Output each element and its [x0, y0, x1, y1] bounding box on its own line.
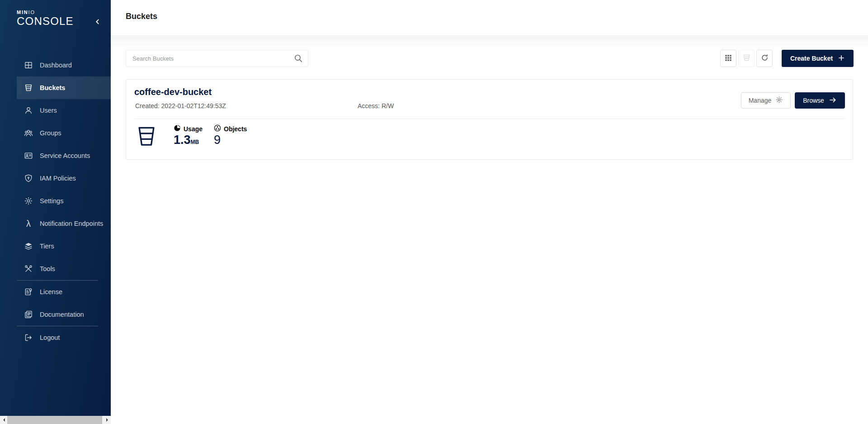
objects-metric: Objects 9	[214, 124, 247, 147]
sidebar-item-label: Settings	[40, 197, 63, 205]
dashboard-icon	[24, 61, 33, 70]
scrollbar-right-arrow-icon[interactable]	[103, 416, 111, 424]
brand-light: IO	[28, 10, 35, 15]
settings-icon	[24, 196, 33, 205]
sidebar-item-label: Documentation	[40, 311, 84, 318]
tiers-icon	[24, 242, 33, 251]
sidebar-item-documentation[interactable]: Documentation	[17, 303, 111, 326]
sidebar-collapse-button[interactable]	[92, 16, 104, 28]
manage-button[interactable]: Manage	[741, 92, 791, 109]
sidebar-item-buckets[interactable]: Buckets	[17, 76, 111, 99]
sidebar-item-label: Users	[40, 107, 57, 114]
sidebar-item-label: Notification Endpoints	[40, 220, 103, 227]
sidebar-item-label: Dashboard	[40, 62, 72, 69]
chevron-left-icon	[94, 18, 101, 27]
pie-usage-icon	[174, 124, 181, 133]
objects-value: 9	[214, 133, 247, 147]
grid-view-icon	[724, 54, 732, 63]
usage-label: Usage	[184, 125, 203, 133]
grid-view-button[interactable]	[720, 50, 736, 67]
scrollbar-left-arrow-icon[interactable]	[0, 416, 8, 424]
sidebar-item-notification-endpoints[interactable]: λNotification Endpoints	[17, 212, 111, 235]
sidebar-item-label: Tools	[40, 265, 55, 272]
plus-icon	[838, 54, 845, 63]
minio-console-logo: MINIO CONSOLE	[17, 10, 74, 28]
brand-bold: MIN	[17, 10, 28, 15]
sidebar-item-groups[interactable]: Groups	[17, 122, 111, 144]
browse-label: Browse	[803, 97, 824, 104]
minio-console-screen: MINIO CONSOLE DashboardBucketsUsersGroup…	[0, 0, 868, 424]
sidebar-item-tiers[interactable]: Tiers	[17, 235, 111, 257]
bucket-list-view-button-disabled	[738, 50, 755, 67]
bucket-created: Created: 2022-01-02T12:49:53Z	[135, 102, 226, 110]
service-accounts-icon	[24, 151, 33, 160]
usage-value: 1.3MB	[174, 133, 203, 147]
refresh-icon	[760, 53, 769, 63]
sidebar-item-label: IAM Policies	[40, 175, 76, 182]
sidebar-item-dashboard[interactable]: Dashboard	[17, 54, 111, 76]
sidebar-horizontal-scrollbar[interactable]	[0, 416, 111, 424]
sidebar-item-settings[interactable]: Settings	[17, 190, 111, 212]
sidebar-item-logout[interactable]: Logout	[17, 326, 111, 349]
usage-unit: MB	[191, 139, 199, 145]
sidebar-item-label: Buckets	[40, 84, 65, 91]
sidebar-item-users[interactable]: Users	[17, 99, 111, 122]
sidebar-item-label: Service Accounts	[40, 152, 90, 159]
page-title: Buckets	[126, 12, 157, 21]
groups-icon	[24, 129, 33, 138]
usage-metric: Usage 1.3MB	[174, 124, 203, 147]
page-header: Buckets	[111, 0, 868, 36]
bucket-list-icon	[742, 53, 751, 63]
gear-icon	[775, 96, 783, 105]
documentation-icon	[24, 310, 33, 319]
lambda-icon: λ	[24, 219, 33, 228]
search-input[interactable]	[126, 50, 308, 67]
sidebar-item-service-accounts[interactable]: Service Accounts	[17, 144, 111, 167]
objects-label: Objects	[224, 125, 247, 133]
sidebar-item-license[interactable]: License	[17, 281, 111, 303]
bucket-card: coffee-dev-bucket Created: 2022-01-02T12…	[126, 79, 853, 160]
create-bucket-button[interactable]: Create Bucket	[782, 50, 854, 67]
sidebar-item-iam-policies[interactable]: IAM Policies	[17, 167, 111, 190]
sidebar-item-tools[interactable]: Tools	[17, 257, 111, 280]
sidebar: MINIO CONSOLE DashboardBucketsUsersGroup…	[0, 0, 111, 416]
users-icon	[24, 106, 33, 115]
bucket-name[interactable]: coffee-dev-bucket	[134, 87, 212, 97]
refresh-button[interactable]	[756, 50, 773, 67]
brand-name: MINIO	[17, 10, 74, 15]
objects-icon	[214, 124, 221, 133]
bucket-access: Access: R/W	[358, 102, 394, 110]
browse-button[interactable]: Browse	[795, 92, 845, 109]
main-content: Create Bucket coffee-dev-bucket Created:…	[111, 37, 868, 424]
create-bucket-label: Create Bucket	[790, 55, 833, 62]
tools-icon	[24, 264, 33, 273]
sidebar-item-label: License	[40, 288, 62, 295]
sidebar-item-label: Tiers	[40, 243, 54, 250]
license-icon	[24, 287, 33, 296]
search-box	[126, 50, 308, 67]
sidebar-item-label: Groups	[40, 129, 61, 137]
sidebar-nav: DashboardBucketsUsersGroupsService Accou…	[0, 54, 111, 349]
arrow-right-icon	[829, 96, 837, 105]
card-divider	[134, 119, 844, 119]
buckets-icon	[24, 83, 33, 92]
iam-policies-icon	[24, 174, 33, 183]
brand-product: CONSOLE	[17, 15, 74, 28]
logout-icon	[24, 333, 33, 342]
sidebar-item-label: Logout	[40, 334, 60, 341]
bucket-icon	[136, 125, 157, 148]
manage-label: Manage	[749, 97, 772, 104]
scrollbar-thumb[interactable]	[7, 416, 102, 424]
